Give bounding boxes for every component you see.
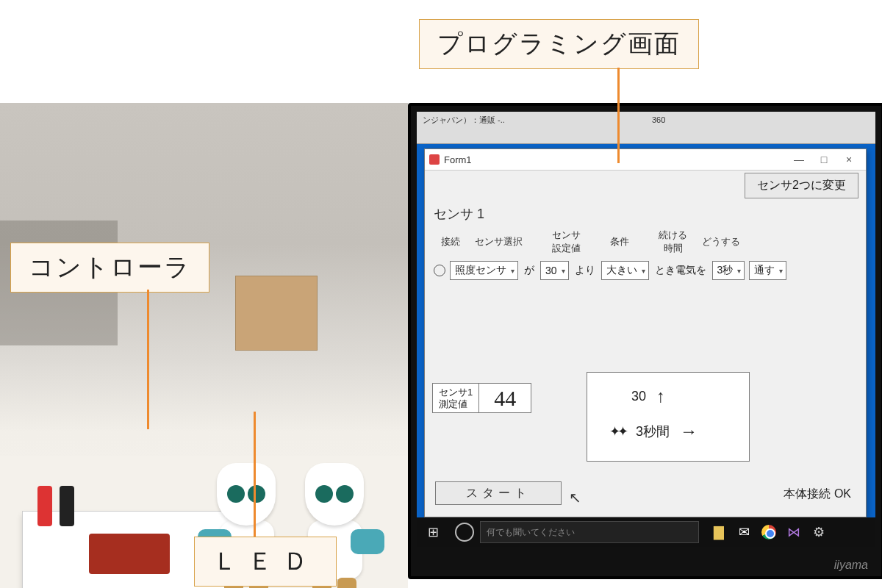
- sensor-select-value: 照度センサ: [453, 264, 508, 277]
- callout-line-led: [254, 412, 256, 537]
- monitor-brand: iiyama: [834, 559, 868, 572]
- start-button-win[interactable]: ⊞: [417, 524, 449, 540]
- taskbar-search-input[interactable]: 何でも聞いてください: [480, 521, 699, 543]
- callout-line-programming: [617, 68, 620, 163]
- windows-taskbar: ⊞ 何でも聞いてください ▇ ✉ ⋈ ⚙: [417, 517, 875, 547]
- cardboard-box: [235, 276, 318, 351]
- sensor1-config-row: 照度センサ▾ が 30▾ より 大きい▾ とき電気を 3秒▾: [434, 261, 857, 280]
- change-to-two-sensors-button[interactable]: センサ2つに変更: [745, 173, 858, 198]
- header-sensor-setting: センサ 設定値: [545, 227, 588, 257]
- minimize-button[interactable]: —: [786, 154, 811, 165]
- settings-icon[interactable]: ⚙: [806, 524, 831, 540]
- sensor1-section-title: センサ 1: [434, 205, 857, 223]
- duration-value: 3秒: [716, 264, 735, 277]
- header-condition: 条件: [603, 227, 637, 257]
- sparkle-icon: ✦✦: [609, 423, 625, 440]
- chrome-icon[interactable]: [761, 525, 776, 539]
- close-button[interactable]: ×: [836, 154, 861, 165]
- app-icon: [429, 154, 440, 165]
- mail-icon[interactable]: ✉: [731, 524, 756, 540]
- connect-radio[interactable]: [434, 265, 445, 276]
- desktop: ンジャパン）：通販 -.. 360 Form1 — □ × センサ2つに変更 セ…: [417, 112, 875, 547]
- particle-yori: より: [573, 264, 597, 277]
- file-explorer-icon[interactable]: ▇: [706, 524, 731, 540]
- rule-preview-panel: 30 ↑ ✦✦ 3秒間 →: [587, 372, 750, 462]
- header-action: どうする: [695, 227, 747, 257]
- header-connect: 接続: [434, 227, 467, 257]
- when-text: とき電気を: [653, 264, 708, 277]
- arrow-up-icon: ↑: [656, 386, 665, 406]
- connection-status: 本体接続 OK: [784, 487, 851, 502]
- sensor-config-headers: 接続 センサ選択 センサ 設定値 条件 続ける 時間 どうする: [434, 227, 747, 257]
- action-dropdown[interactable]: 通す▾: [749, 261, 786, 280]
- condition-value: 大きい: [605, 264, 639, 277]
- visual-studio-icon[interactable]: ⋈: [781, 524, 806, 540]
- chevron-down-icon: ▾: [737, 267, 741, 275]
- chevron-down-icon: ▾: [642, 267, 645, 275]
- arrow-right-icon: →: [680, 421, 698, 442]
- callout-line-controller: [147, 290, 149, 429]
- setting-value: 30: [544, 265, 559, 276]
- duration-dropdown[interactable]: 3秒▾: [712, 261, 745, 280]
- start-button[interactable]: スタート: [435, 481, 562, 505]
- monitor: ンジャパン）：通販 -.. 360 Form1 — □ × センサ2つに変更 セ…: [408, 103, 882, 579]
- chevron-down-icon: ▾: [779, 267, 783, 275]
- alligator-clip-red: [37, 486, 52, 526]
- annotation-programming-screen: プログラミング画面: [419, 19, 699, 69]
- setting-value-dropdown[interactable]: 30▾: [540, 261, 569, 280]
- office-background: [0, 103, 408, 573]
- cortana-icon[interactable]: [455, 523, 474, 542]
- measurement-value: 44: [479, 386, 531, 411]
- chevron-down-icon: ▾: [562, 267, 565, 275]
- sensor-select-dropdown[interactable]: 照度センサ▾: [450, 261, 518, 280]
- header-duration: 続ける 時間: [651, 227, 695, 257]
- browser-tab-strip: ンジャパン）：通販 -.. 360: [417, 112, 875, 144]
- action-value: 通す: [753, 264, 776, 277]
- led-board: [89, 534, 170, 574]
- browser-tab-text: ンジャパン）：通販 -..: [423, 115, 505, 124]
- duration-display: 3秒間: [636, 423, 670, 440]
- alligator-clip-black: [60, 486, 74, 526]
- particle-ga: が: [523, 264, 536, 277]
- window-title: Form1: [444, 154, 472, 165]
- chevron-down-icon: ▾: [511, 267, 514, 275]
- header-sensor-select: センサ選択: [467, 227, 530, 257]
- annotation-led: ＬＥＤ: [194, 537, 337, 587]
- annotation-controller: コントローラ: [10, 243, 209, 293]
- mouse-cursor-icon: ↖: [569, 489, 581, 506]
- threshold-display: 30: [631, 389, 646, 404]
- form1-window: Form1 — □ × センサ2つに変更 センサ 1 接続 センサ選択 センサ: [424, 148, 867, 517]
- titlebar[interactable]: Form1 — □ ×: [425, 149, 866, 171]
- condition-dropdown[interactable]: 大きい▾: [601, 261, 649, 280]
- measurement-label: センサ1 測定値: [433, 384, 479, 412]
- maximize-button[interactable]: □: [811, 154, 836, 165]
- browser-misc-text: 360: [652, 115, 665, 125]
- sensor1-measurement: センサ1 測定値 44: [432, 383, 531, 413]
